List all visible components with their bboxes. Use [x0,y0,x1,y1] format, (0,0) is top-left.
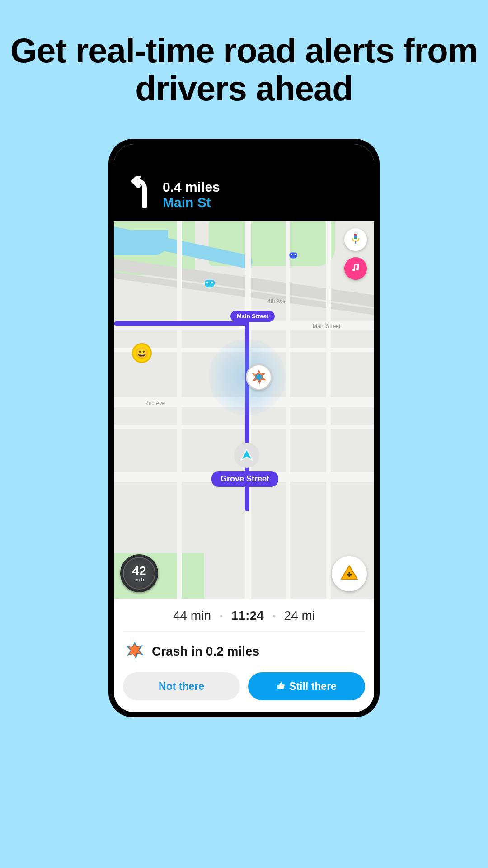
crash-icon [125,642,145,661]
speed-unit: mph [134,577,144,582]
route-line [114,321,248,326]
button-label: Not there [159,680,204,693]
eta-duration: 44 min [173,609,211,623]
turn-left-icon [127,176,153,210]
wazer-icon [204,278,215,289]
music-note-icon [351,263,361,274]
road [177,221,182,599]
speed-value: 42 [132,565,146,577]
street-label: Main Street [313,323,340,330]
microphone-icon [351,233,360,246]
current-position-marker [234,443,259,468]
still-there-button[interactable]: Still there [248,672,365,700]
wazer-icon [289,251,297,260]
svg-rect-4 [354,237,357,239]
report-hazard-button[interactable] [332,556,367,591]
eta-row[interactable]: 44 min 11:24 24 mi [123,609,365,632]
svg-rect-3 [354,234,357,236]
road [114,425,374,429]
separator-dot [220,615,222,617]
nav-distance: 0.4 miles [163,179,220,195]
trip-summary-card: 44 min 11:24 24 mi Crash in 0.2 miles No… [114,599,374,712]
music-button[interactable] [344,257,367,280]
street-label: 2nd Ave [145,400,165,406]
street-label: 4th Ave [267,298,286,304]
alert-text: Crash in 0.2 miles [152,644,259,659]
separator-dot [273,615,275,617]
hazard-triangle-icon [339,563,359,585]
button-label: Still there [289,680,337,693]
eta-distance: 24 mi [284,609,315,623]
road [286,221,290,599]
alert-row: Crash in 0.2 miles [123,632,365,672]
road [326,221,331,599]
nav-street-name: Main St [163,195,220,210]
navigation-header: 0.4 miles Main St [114,144,374,221]
svg-marker-9 [128,644,141,657]
voice-button[interactable] [344,228,367,251]
phone-screen: 0.4 miles Main St [114,144,374,712]
street-bubble: Grove Street [211,471,278,487]
speedometer[interactable]: 42 mph [120,554,158,592]
phone-frame: 0.4 miles Main St [108,139,380,717]
marketing-headline: Get real-time road alerts from drivers a… [0,32,488,107]
eta-arrival-time: 11:24 [231,609,264,623]
street-bubble: Main Street [230,311,275,322]
map-canvas[interactable]: 4th Ave Main Street 2nd Ave Main Street … [114,221,374,599]
thumbs-up-icon [277,680,286,693]
crash-pin[interactable] [246,364,272,390]
not-there-button[interactable]: Not there [123,672,240,700]
construction-pin[interactable]: 😀 [132,343,152,363]
